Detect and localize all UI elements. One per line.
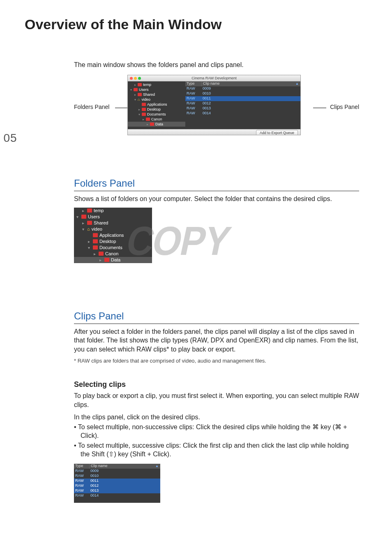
folders-tree-screenshot: ▸temp▾Users▸Shared▾⌂videoApplications▸De… (74, 208, 152, 263)
clip-row: RAW0013 (74, 488, 160, 493)
clip-name: 0009 (89, 469, 160, 474)
clip-type: RAW (185, 111, 201, 116)
clip-type: RAW (74, 469, 89, 474)
tree-label: video (141, 97, 150, 102)
tree-item: ▾Documents (128, 112, 185, 117)
disclosure-icon: ▸ (147, 123, 150, 126)
folder-icon (81, 215, 86, 219)
clips-small-header: Type Clip name▲ (74, 464, 160, 469)
tree-label: Documents (147, 112, 166, 116)
clip-row: RAW0012 (185, 101, 300, 106)
tree-item: ▸Desktop (128, 107, 185, 112)
clip-type: RAW (185, 106, 201, 111)
tree-label: Desktop (147, 107, 161, 111)
callout-line (313, 108, 326, 108)
tree-label: Users (139, 88, 149, 92)
callout-clips-panel: Clips Panel (330, 104, 359, 110)
col-clipname: Clip name▲ (90, 464, 160, 469)
clip-name: 0014 (201, 111, 300, 116)
tree-item: ▸Shared (74, 220, 152, 226)
disclosure-icon: ▸ (99, 258, 104, 262)
clip-type: RAW (74, 479, 89, 483)
disclosure-icon: ▾ (134, 98, 138, 102)
folder-icon (142, 113, 146, 116)
heading-folders-panel: Folders Panel (74, 178, 359, 191)
folder-icon (142, 103, 146, 106)
clip-name: 0011 (89, 479, 160, 483)
tree-label: Documents (99, 245, 122, 250)
col-clipname: Clip name▲ (202, 81, 300, 86)
tree-label: Shared (94, 220, 108, 225)
bullet-item: To select multiple, non-successive clips… (74, 423, 359, 440)
window-footer: Add to Export Queue (128, 129, 300, 135)
tree-item: ▸Data (74, 257, 152, 263)
add-to-export-queue-button: Add to Export Queue (256, 130, 298, 136)
clip-name: 0014 (89, 493, 160, 498)
clips-header: Type Clip name▲ (185, 81, 300, 86)
clip-type: RAW (74, 488, 89, 493)
callout-folders-panel: Folders Panel (74, 104, 109, 110)
clip-row: RAW0011 (185, 96, 300, 101)
window-titlebar: Cinema RAW Development (128, 75, 300, 81)
clip-row: RAW0012 (74, 483, 160, 488)
tree-item: ▾Users (74, 214, 152, 220)
folder-icon (146, 118, 150, 121)
clip-row: RAW0014 (74, 493, 160, 498)
folder-icon (99, 252, 104, 256)
clip-name: 0010 (201, 91, 300, 96)
folder-icon (93, 245, 98, 250)
clip-name: 0012 (89, 483, 160, 488)
clip-row: RAW0010 (185, 91, 300, 96)
clips-panel: Type Clip name▲ RAW0009RAW0010RAW0011RAW… (185, 81, 300, 129)
bullet-item: To select multiple, successive clips: Cl… (74, 441, 359, 459)
folder-icon (93, 233, 98, 237)
heading-clips-panel: Clips Panel (74, 310, 359, 324)
figure-main-window: Folders Panel Clips Panel Cinema RAW Dev… (74, 75, 359, 141)
col-type: Type (185, 81, 202, 86)
clip-type: RAW (185, 86, 201, 91)
clip-row: RAW0009 (74, 469, 160, 474)
disclosure-icon: ▸ (94, 252, 99, 256)
clip-row: RAW0009 (185, 86, 300, 91)
clip-row: RAW0010 (74, 474, 160, 479)
tree-item: ▾Users (128, 87, 185, 92)
tree-label: Applications (147, 102, 167, 106)
clip-row: RAW0014 (185, 111, 300, 116)
clip-name: 0011 (201, 96, 300, 101)
heading-selecting-clips: Selecting clips (74, 380, 359, 389)
disclosure-icon: ▸ (134, 93, 138, 97)
tree-item: ▾Documents (74, 245, 152, 251)
folder-icon (138, 93, 142, 96)
tree-label: Applications (99, 233, 124, 238)
tree-label: Canon (151, 117, 162, 121)
tree-item: ▸Canon (128, 117, 185, 122)
clip-name: 0013 (201, 106, 300, 111)
tree-item: ▸Shared (128, 92, 185, 97)
folder-icon (104, 258, 109, 262)
tree-item: ▸Desktop (74, 238, 152, 245)
tree-item: ▸Canon (74, 251, 152, 257)
tree-label: temp (94, 208, 104, 213)
tree-item: ▸temp (128, 82, 185, 87)
clip-type: RAW (185, 91, 201, 96)
clip-name: 0012 (201, 101, 300, 106)
folder-icon (138, 83, 142, 86)
tree-item: ▸Data (128, 122, 185, 127)
sort-icon: ▲ (295, 82, 299, 86)
tree-label: Data (111, 257, 120, 262)
sort-icon: ▲ (155, 464, 159, 468)
screenshot-window: Cinema RAW Development ▸temp▾Users▸Share… (127, 75, 301, 135)
clip-type: RAW (185, 96, 201, 101)
disclosure-icon: ▸ (82, 208, 87, 213)
figure-clips-selection: Type Clip name▲ RAW0009RAW0010RAW0011RAW… (74, 464, 160, 503)
tree-label: Desktop (99, 239, 116, 244)
page-title: Overview of the Main Window (25, 16, 367, 32)
folder-icon (134, 88, 138, 91)
disclosure-icon: ▾ (130, 88, 134, 92)
tree-item: ▾⌂video (74, 226, 152, 232)
tree-label: Shared (143, 92, 155, 97)
home-icon: ⌂ (138, 97, 140, 102)
clip-type: RAW (74, 483, 89, 488)
folder-icon (142, 108, 146, 111)
selecting-description: To play back or export a clip, you must … (74, 391, 359, 409)
